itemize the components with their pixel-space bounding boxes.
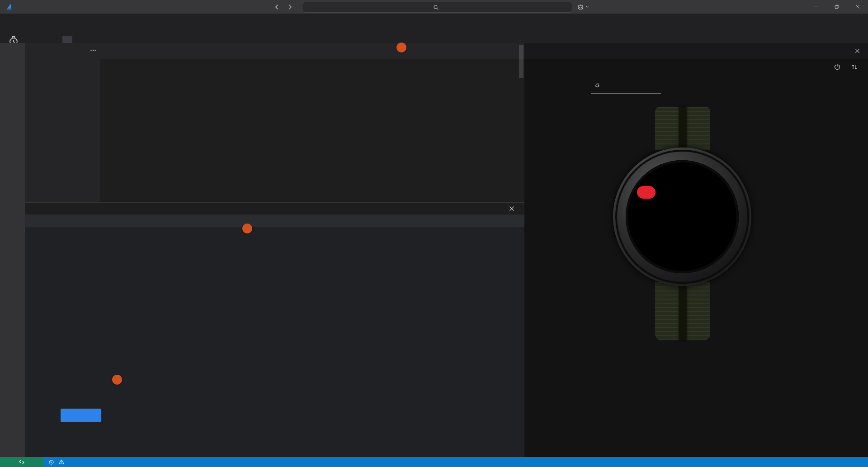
more-actions-icon[interactable] <box>90 47 97 54</box>
bottom-panel <box>25 202 524 457</box>
project-toolbar <box>0 14 868 43</box>
warning-icon <box>58 459 65 465</box>
breadcrumb[interactable] <box>100 59 524 69</box>
sort-updown-icon[interactable] <box>851 63 858 71</box>
restore-button[interactable] <box>826 0 847 14</box>
editor-tabbar <box>100 43 524 59</box>
ide-window <box>0 0 868 467</box>
search-icon <box>433 5 439 10</box>
watch-strap-bottom <box>655 282 710 340</box>
app-logo-icon <box>5 2 14 11</box>
window-controls <box>806 0 868 14</box>
activity-bar <box>0 43 25 457</box>
editor-scrollbar[interactable] <box>519 45 524 78</box>
panel-tabbar <box>25 203 524 214</box>
simulator-panel <box>524 43 868 457</box>
devtools <box>25 214 524 457</box>
code-editor[interactable] <box>100 69 524 202</box>
editor-group <box>100 43 524 202</box>
forward-icon[interactable] <box>287 4 293 10</box>
devtools-tabbar <box>25 214 524 227</box>
ai-assistant-entry[interactable] <box>577 1 590 12</box>
guide-step-badge-3 <box>112 375 122 385</box>
audit-panel <box>25 238 524 457</box>
title-bar <box>0 0 868 14</box>
minimize-button[interactable] <box>806 0 826 14</box>
status-bar <box>0 457 868 467</box>
device-active-underline <box>591 93 661 94</box>
guide-step-badge-1 <box>396 43 406 52</box>
problems-indicator[interactable] <box>48 459 66 465</box>
command-center-search[interactable] <box>302 2 572 13</box>
robot-icon <box>577 3 584 10</box>
guide-step-badge-2 <box>242 224 252 234</box>
generate-report-button[interactable] <box>61 409 101 422</box>
remote-icon <box>19 459 25 465</box>
watch-screen[interactable] <box>626 160 739 273</box>
power-icon[interactable] <box>834 63 841 71</box>
remote-indicator[interactable] <box>0 457 43 467</box>
calc-clear-button[interactable] <box>637 186 656 199</box>
chevron-down-icon <box>585 5 590 9</box>
device-name[interactable] <box>591 82 600 88</box>
back-icon[interactable] <box>274 4 280 10</box>
error-icon <box>48 459 54 465</box>
panel-close-icon[interactable] <box>508 205 515 212</box>
simulator-tabbar <box>524 43 868 59</box>
simulator-close-icon[interactable] <box>854 48 861 54</box>
bug-icon <box>594 82 600 88</box>
explorer-sidebar <box>25 43 100 202</box>
history-nav <box>274 0 293 14</box>
close-window-button[interactable] <box>847 0 868 14</box>
watch-strap-top <box>655 107 710 150</box>
